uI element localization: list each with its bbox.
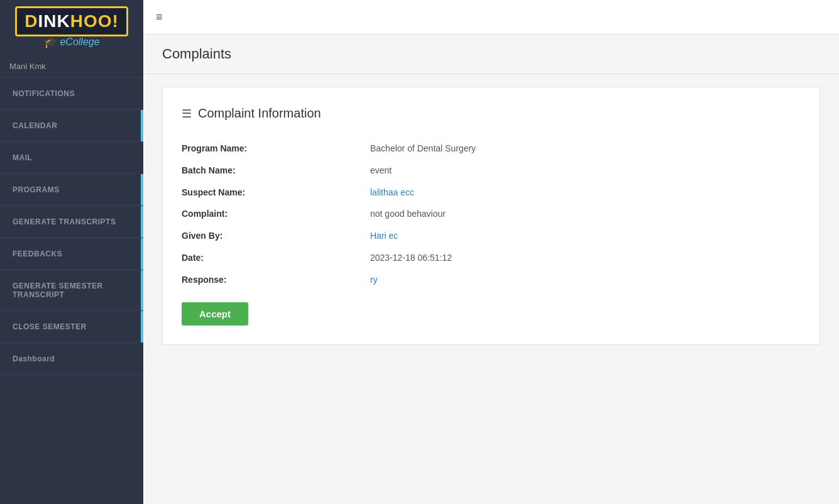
logo-hoo: HOO xyxy=(70,11,112,31)
card-header-title: Complaint Information xyxy=(198,106,321,121)
table-row: Batch Name: event xyxy=(182,158,801,180)
logo-ecollege-text: eCollege xyxy=(60,36,99,48)
field-label-complaint: Complaint: xyxy=(182,202,370,224)
field-value-suspect: lalithaa ecc xyxy=(370,180,801,202)
page-title-bar: Complaints xyxy=(143,35,839,74)
field-value-program: Bachelor of Dental Surgery xyxy=(370,136,801,158)
field-label-program: Program Name: xyxy=(182,136,370,158)
field-value-date: 2023-12-18 06:51:12 xyxy=(370,246,801,268)
logo-hat-icon: 🎓 xyxy=(43,35,57,49)
logo-d: D xyxy=(25,11,38,31)
table-row: Complaint: not good behaviour xyxy=(182,202,801,224)
field-label-givenby: Given By: xyxy=(182,224,370,246)
field-value-batch: event xyxy=(370,158,801,180)
sidebar-item-mail-label: MAIL xyxy=(13,153,32,162)
field-label-response: Response: xyxy=(182,268,370,290)
sidebar-item-feedbacks[interactable]: FEEDBACKS xyxy=(0,238,143,270)
field-label-suspect: Suspect Name: xyxy=(182,180,370,202)
sidebar-item-generate-transcripts[interactable]: GENERATE TRANSCRIPTS xyxy=(0,206,143,238)
page-title: Complaints xyxy=(162,46,820,62)
table-row: Response: ry xyxy=(182,268,801,290)
complaint-card: ☰ Complaint Information Program Name: Ba… xyxy=(162,87,820,345)
table-row: Date: 2023-12-18 06:51:12 xyxy=(182,246,801,268)
sidebar-item-dashboard[interactable]: Dashboard xyxy=(0,343,143,375)
content-area: ☰ Complaint Information Program Name: Ba… xyxy=(143,74,839,504)
complaint-info-table: Program Name: Bachelor of Dental Surgery… xyxy=(182,136,801,290)
sidebar-item-dashboard-label: Dashboard xyxy=(13,354,55,363)
field-value-givenby: Hari ec xyxy=(370,224,801,246)
table-row: Suspect Name: lalithaa ecc xyxy=(182,180,801,202)
main-content: ≡ Complaints ☰ Complaint Information Pro… xyxy=(143,0,839,504)
field-label-date: Date: xyxy=(182,246,370,268)
sidebar: DINKHOO! 🎓 eCollege Mani Kmk NOTIFICATIO… xyxy=(0,0,143,504)
field-value-complaint: not good behaviour xyxy=(370,202,801,224)
sidebar-item-generate-semester-transcript[interactable]: GENERATE SEMESTER TRANSCRIPT xyxy=(0,270,143,311)
sidebar-item-feedbacks-label: FEEDBACKS xyxy=(13,249,62,258)
sidebar-item-generate-transcripts-label: GENERATE TRANSCRIPTS xyxy=(13,217,116,226)
sidebar-nav: NOTIFICATIONS CALENDAR MAIL PROGRAMS GEN… xyxy=(0,78,143,504)
list-icon: ☰ xyxy=(182,107,192,121)
accept-button[interactable]: Accept xyxy=(182,302,248,326)
sidebar-item-calendar-label: CALENDAR xyxy=(13,121,57,130)
card-header: ☰ Complaint Information xyxy=(182,106,801,121)
topbar: ≡ xyxy=(143,0,839,35)
sidebar-item-close-semester[interactable]: CLOSE SEMESTER xyxy=(0,311,143,343)
sidebar-item-close-semester-label: CLOSE SEMESTER xyxy=(13,322,87,331)
sidebar-item-programs-label: PROGRAMS xyxy=(13,185,60,194)
hamburger-icon[interactable]: ≡ xyxy=(156,11,163,24)
logo-ink: INK xyxy=(38,11,70,31)
field-label-batch: Batch Name: xyxy=(182,158,370,180)
sidebar-item-notifications[interactable]: NOTIFICATIONS xyxy=(0,78,143,110)
sidebar-item-generate-semester-transcript-label: GENERATE SEMESTER TRANSCRIPT xyxy=(13,282,103,299)
logo-exclaim: ! xyxy=(112,11,118,31)
table-row: Given By: Hari ec xyxy=(182,224,801,246)
field-value-response: ry xyxy=(370,268,801,290)
table-row: Program Name: Bachelor of Dental Surgery xyxy=(182,136,801,158)
sidebar-username: Mani Kmk xyxy=(0,55,143,78)
sidebar-item-mail[interactable]: MAIL xyxy=(0,142,143,174)
sidebar-item-programs[interactable]: PROGRAMS xyxy=(0,174,143,206)
sidebar-item-notifications-label: NOTIFICATIONS xyxy=(13,89,75,98)
sidebar-item-calendar[interactable]: CALENDAR xyxy=(0,110,143,142)
sidebar-logo: DINKHOO! 🎓 eCollege xyxy=(0,0,143,55)
